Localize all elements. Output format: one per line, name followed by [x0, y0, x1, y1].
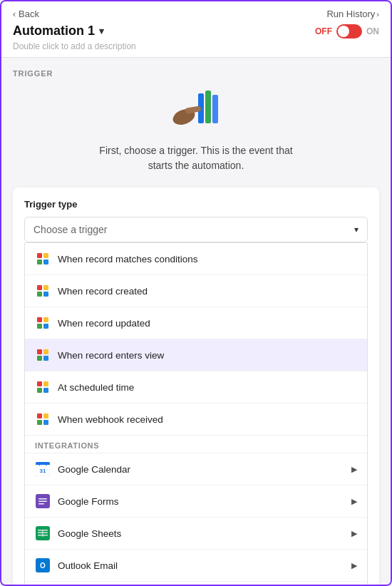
automation-dropdown-arrow[interactable]: ▾	[99, 26, 104, 36]
svg-rect-13	[37, 317, 42, 322]
trigger-option-record-updated[interactable]: When record updated	[25, 307, 367, 339]
trigger-hero-description: First, choose a trigger. This is the eve…	[99, 143, 292, 173]
integration-google-calendar[interactable]: 31 Google Calendar ▶	[25, 453, 367, 485]
svg-rect-2	[212, 95, 218, 123]
scheduled-time-icon	[35, 379, 51, 395]
svg-rect-36	[38, 498, 47, 500]
svg-rect-24	[43, 388, 48, 393]
trigger-select-arrow-icon: ▾	[354, 225, 359, 235]
svg-rect-5	[37, 253, 42, 258]
integration-google-forms[interactable]: Google Forms ▶	[25, 485, 367, 518]
google-forms-icon	[35, 493, 51, 509]
google-forms-label: Google Forms	[58, 496, 119, 507]
svg-rect-11	[37, 292, 42, 297]
trigger-section-label: TRIGGER	[13, 69, 379, 78]
webhook-received-label: When webhook received	[58, 414, 163, 425]
svg-rect-19	[37, 356, 42, 361]
svg-rect-10	[43, 285, 48, 290]
svg-rect-22	[43, 381, 48, 386]
svg-rect-14	[43, 317, 48, 322]
integration-outlook-calendar[interactable]: O Outlook Calendar ▶	[25, 582, 367, 585]
svg-rect-21	[37, 381, 42, 386]
svg-rect-20	[43, 356, 48, 361]
svg-rect-9	[37, 285, 42, 290]
integration-google-sheets[interactable]: Google Sheets ▶	[25, 518, 367, 550]
automation-title-text: Automation 1	[13, 24, 95, 38]
toggle-knob	[338, 26, 349, 37]
trigger-option-record-created[interactable]: When record created	[25, 275, 367, 307]
trigger-type-label: Trigger type	[24, 199, 368, 210]
automation-description[interactable]: Double click to add a description	[13, 41, 379, 51]
google-sheets-label: Google Sheets	[58, 528, 121, 539]
svg-rect-1	[205, 91, 211, 123]
svg-rect-28	[43, 420, 48, 425]
svg-rect-15	[37, 324, 42, 329]
svg-rect-6	[43, 253, 48, 258]
header-middle-row: Automation 1 ▾ OFF ON	[13, 24, 379, 38]
back-button[interactable]: ‹ Back	[13, 9, 39, 19]
run-history-chevron-icon: ›	[376, 10, 379, 19]
toggle-container: OFF ON	[315, 24, 379, 38]
integrations-section-label: INTEGRATIONS	[25, 436, 367, 453]
google-sheets-chevron-icon: ▶	[351, 529, 357, 538]
svg-rect-34	[46, 462, 47, 466]
record-created-label: When record created	[58, 286, 148, 297]
trigger-select-button[interactable]: Choose a trigger ▾	[24, 217, 368, 242]
svg-rect-7	[37, 259, 42, 264]
webhook-received-icon	[35, 411, 51, 427]
outlook-email-chevron-icon: ▶	[351, 561, 357, 570]
svg-rect-8	[43, 259, 48, 264]
outlook-email-label: Outlook Email	[58, 560, 118, 571]
svg-rect-33	[38, 462, 40, 466]
record-matches-icon	[35, 251, 51, 267]
svg-rect-27	[37, 420, 42, 425]
svg-text:O: O	[40, 562, 46, 570]
toggle-off-label: OFF	[315, 26, 332, 36]
svg-rect-23	[37, 388, 42, 393]
record-updated-icon	[35, 315, 51, 331]
toggle-switch[interactable]	[336, 24, 362, 38]
record-created-icon	[35, 283, 51, 299]
svg-rect-16	[43, 324, 48, 329]
record-enters-view-label: When record enters view	[58, 350, 164, 361]
svg-rect-26	[43, 413, 48, 418]
trigger-select-placeholder: Choose a trigger	[33, 224, 108, 235]
google-calendar-icon: 31	[35, 461, 51, 477]
integration-google-sheets-left: Google Sheets	[35, 525, 121, 541]
trigger-hero: First, choose a trigger. This is the eve…	[13, 88, 379, 173]
outlook-email-icon: O	[35, 557, 51, 573]
record-updated-label: When record updated	[58, 318, 150, 329]
trigger-card: Trigger type Choose a trigger ▾ When rec…	[13, 187, 379, 585]
trigger-option-webhook-received[interactable]: When webhook received	[25, 403, 367, 436]
back-chevron-icon: ‹	[13, 9, 16, 19]
trigger-option-record-matches[interactable]: When record matches conditions	[25, 243, 367, 275]
scheduled-time-label: At scheduled time	[58, 382, 134, 393]
integration-google-calendar-left: 31 Google Calendar	[35, 461, 130, 477]
integration-outlook-email-left: O Outlook Email	[35, 557, 118, 573]
google-calendar-chevron-icon: ▶	[351, 465, 357, 474]
trigger-option-record-enters-view[interactable]: When record enters view	[25, 339, 367, 371]
automation-title-row: Automation 1 ▾	[13, 24, 104, 38]
svg-rect-37	[38, 501, 47, 503]
svg-text:31: 31	[40, 468, 46, 474]
svg-rect-18	[43, 349, 48, 354]
trigger-dropdown-list: When record matches conditions When reco…	[24, 242, 368, 585]
trigger-hero-emoji	[164, 88, 228, 136]
header-top-row: ‹ Back Run History ›	[13, 9, 379, 19]
main-content: TRIGGER	[1, 58, 391, 585]
back-label: Back	[19, 9, 39, 19]
toggle-on-label: ON	[366, 26, 379, 36]
svg-rect-25	[37, 413, 42, 418]
svg-rect-17	[37, 349, 42, 354]
record-enters-view-icon	[35, 347, 51, 363]
trigger-option-scheduled-time[interactable]: At scheduled time	[25, 371, 367, 403]
svg-rect-43	[42, 530, 43, 537]
page-header: ‹ Back Run History › Automation 1 ▾ OFF …	[1, 1, 391, 58]
run-history-button[interactable]: Run History ›	[326, 9, 379, 19]
automation-page: ‹ Back Run History › Automation 1 ▾ OFF …	[0, 0, 392, 586]
integration-google-forms-left: Google Forms	[35, 493, 119, 509]
integration-outlook-email[interactable]: O Outlook Email ▶	[25, 550, 367, 582]
svg-rect-12	[43, 292, 48, 297]
record-matches-label: When record matches conditions	[58, 254, 198, 264]
google-sheets-icon	[35, 525, 51, 541]
